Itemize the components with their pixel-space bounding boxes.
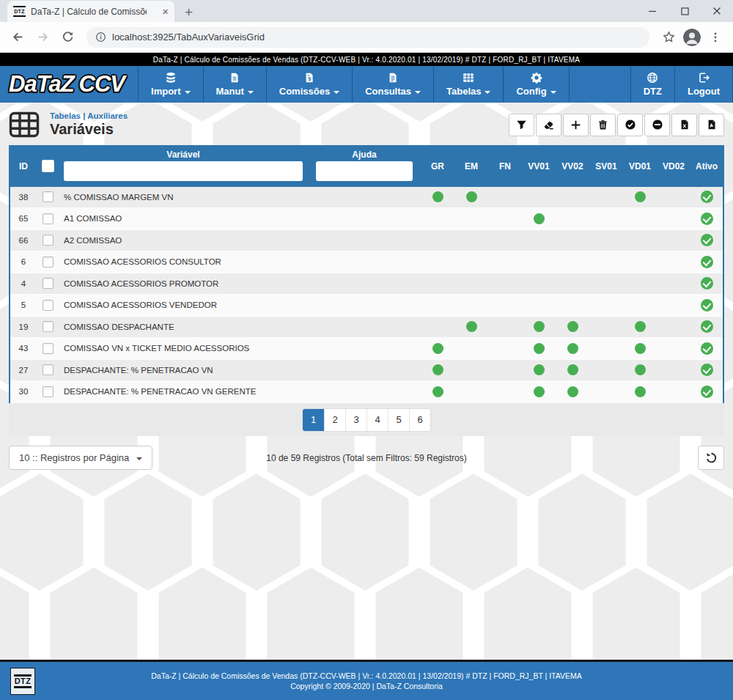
active-check-icon [701, 364, 713, 376]
page-button-3[interactable]: 3 [345, 409, 366, 431]
active-check-icon [701, 342, 713, 355]
url-text: localhost:3925/TabAuxVariaveisGrid [112, 32, 265, 43]
row-ativo [690, 277, 723, 290]
row-id: 19 [10, 323, 37, 331]
row-checkbox[interactable] [37, 191, 59, 202]
menu-comissoes[interactable]: $ Comissões [266, 66, 352, 103]
page-button-5[interactable]: 5 [388, 409, 409, 431]
grid-header-fn: FN [488, 161, 522, 172]
file-excel-icon [679, 119, 690, 130]
flag-dot-icon [635, 191, 646, 202]
variavel-filter-input[interactable] [64, 161, 303, 181]
forward-button[interactable] [32, 27, 53, 48]
grid-header-ativo: Ativo [690, 161, 723, 172]
row-ativo [690, 191, 723, 203]
window-close-button[interactable] [701, 0, 733, 22]
refresh-button[interactable] [698, 446, 724, 470]
row-flag-gr [421, 191, 454, 202]
kebab-menu-icon [710, 32, 721, 43]
grid-header-row: ID Variável Ajuda GREMFNVV01VV02SV01VD01… [10, 145, 723, 187]
main-content: Tabelas | Auxiliares Variáveis [0, 103, 733, 660]
file-icon [229, 72, 240, 84]
tab-close-icon[interactable]: × [162, 6, 169, 17]
row-id: 27 [10, 366, 37, 375]
app-version-bar: DaTa-Z | Cálculo de Comissões de Vendas … [0, 53, 733, 66]
activate-button[interactable] [617, 114, 643, 136]
browser-tab[interactable]: DTZ DaTa-Z | Cálculo de Comissões d × [7, 1, 174, 22]
row-flag-vv02 [556, 364, 589, 375]
add-button[interactable] [563, 114, 589, 136]
row-flag-gr [421, 364, 454, 375]
flag-dot-icon [432, 191, 443, 202]
filter-button[interactable] [509, 114, 534, 136]
app-logo[interactable]: DaTaZ CCV [0, 66, 138, 103]
row-checkbox[interactable] [37, 343, 59, 354]
row-checkbox[interactable] [37, 257, 59, 268]
row-checkbox[interactable] [37, 364, 59, 375]
page-header: Tabelas | Auxiliares Variáveis [9, 111, 724, 138]
menu-dtz[interactable]: DTZ [630, 66, 674, 103]
browser-menu-button[interactable] [705, 27, 726, 48]
clear-filter-button[interactable] [536, 114, 561, 136]
row-checkbox[interactable] [37, 278, 59, 289]
window-minimize-button[interactable] [636, 0, 668, 22]
chevron-down-icon [248, 91, 254, 94]
logo-sub: CCV [79, 71, 125, 97]
window-maximize-button[interactable] [668, 0, 701, 22]
minus-circle-icon [652, 119, 663, 130]
row-checkbox[interactable] [37, 235, 59, 246]
page-button-2[interactable]: 2 [324, 409, 345, 431]
row-checkbox[interactable] [37, 213, 59, 224]
row-variavel: COMISSAO DESPACHANTE [59, 323, 308, 331]
menu-import[interactable]: Import [138, 66, 202, 103]
export-pdf-button[interactable] [699, 114, 724, 136]
page-button-1[interactable]: 1 [303, 409, 324, 431]
page-button-6[interactable]: 6 [409, 409, 430, 431]
row-variavel: A1 COMISSAO [59, 214, 308, 223]
flag-dot-icon [432, 364, 443, 375]
menu-config[interactable]: Config [503, 66, 568, 103]
site-info-icon[interactable] [95, 32, 106, 43]
row-ativo [690, 234, 723, 246]
bookmark-button[interactable] [658, 27, 679, 48]
grid-header-vv01: VV01 [522, 161, 556, 172]
row-flag-gr [421, 386, 454, 397]
page-size-select[interactable]: 10 :: Registros por Página [9, 446, 152, 470]
table-row: 5COMISSAO ACESSORIOS VENDEDOR [10, 295, 723, 317]
logout-label: Logout [688, 86, 720, 97]
address-bar[interactable]: localhost:3925/TabAuxVariaveisGrid [86, 27, 649, 48]
export-excel-button[interactable] [671, 114, 697, 136]
database-icon [165, 72, 177, 84]
variaveis-grid: ID Variável Ajuda GREMFNVV01VV02SV01VD01… [9, 145, 724, 436]
row-flag-em [454, 191, 488, 202]
row-flag-vv02 [556, 386, 589, 397]
select-all-checkbox[interactable] [37, 160, 59, 172]
row-id: 65 [10, 214, 37, 223]
back-button[interactable] [7, 27, 28, 48]
profile-button[interactable] [683, 29, 701, 46]
row-checkbox[interactable] [37, 300, 59, 311]
menu-tabelas[interactable]: Tabelas [433, 66, 503, 103]
new-tab-button[interactable]: + [185, 5, 193, 19]
row-checkbox[interactable] [37, 321, 59, 332]
flag-dot-icon [635, 386, 646, 397]
logout-button[interactable]: Logout [674, 66, 733, 103]
row-flag-vv02 [556, 343, 589, 354]
back-arrow-icon [12, 31, 24, 43]
flag-dot-icon [567, 343, 578, 354]
row-variavel: % COMISSAO MARGEM VN [59, 193, 308, 202]
deactivate-button[interactable] [644, 114, 670, 136]
delete-button[interactable] [590, 114, 616, 136]
menu-manut[interactable]: Manut [203, 66, 266, 103]
menu-config-label: Config [516, 86, 546, 97]
menu-consultas[interactable]: Consultas [352, 66, 433, 103]
row-checkbox[interactable] [37, 386, 59, 397]
page-button-4[interactable]: 4 [366, 409, 388, 431]
chevron-down-icon [185, 91, 191, 94]
footer-dtz-logo: DTZ [10, 668, 35, 695]
reload-button[interactable] [57, 27, 78, 48]
table-row: 30DESPACHANTE: % PENETRACAO VN GERENTE [10, 382, 723, 404]
row-flag-vd01 [623, 386, 657, 397]
ajuda-filter-input[interactable] [316, 161, 413, 181]
menu-manut-label: Manut [216, 86, 244, 97]
